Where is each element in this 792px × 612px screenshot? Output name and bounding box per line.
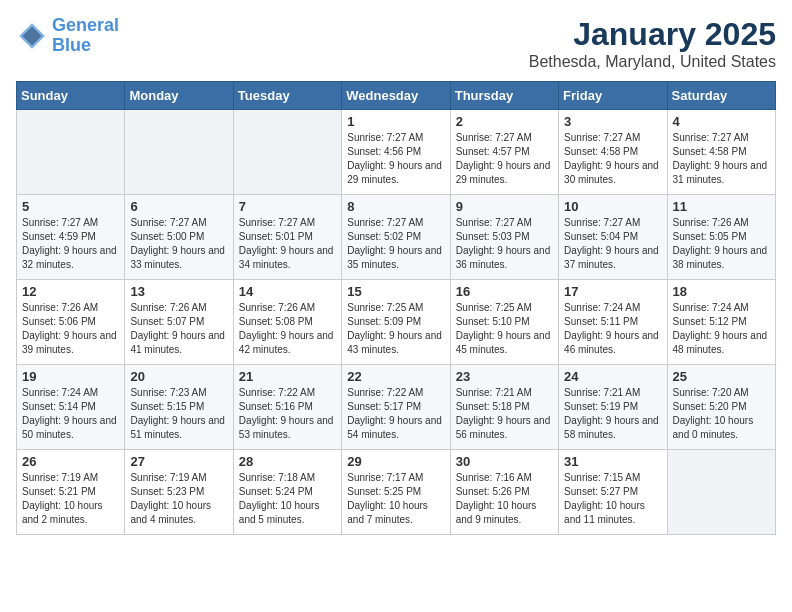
calendar-cell: 17Sunrise: 7:24 AM Sunset: 5:11 PM Dayli… <box>559 280 667 365</box>
calendar-cell: 27Sunrise: 7:19 AM Sunset: 5:23 PM Dayli… <box>125 450 233 535</box>
day-info: Sunrise: 7:25 AM Sunset: 5:10 PM Dayligh… <box>456 301 553 357</box>
week-row-5: 26Sunrise: 7:19 AM Sunset: 5:21 PM Dayli… <box>17 450 776 535</box>
calendar-cell: 10Sunrise: 7:27 AM Sunset: 5:04 PM Dayli… <box>559 195 667 280</box>
day-number: 24 <box>564 369 661 384</box>
day-info: Sunrise: 7:27 AM Sunset: 5:02 PM Dayligh… <box>347 216 444 272</box>
calendar-cell: 25Sunrise: 7:20 AM Sunset: 5:20 PM Dayli… <box>667 365 775 450</box>
day-number: 29 <box>347 454 444 469</box>
day-number: 20 <box>130 369 227 384</box>
day-info: Sunrise: 7:26 AM Sunset: 5:05 PM Dayligh… <box>673 216 770 272</box>
day-number: 22 <box>347 369 444 384</box>
day-info: Sunrise: 7:27 AM Sunset: 4:56 PM Dayligh… <box>347 131 444 187</box>
calendar-cell: 3Sunrise: 7:27 AM Sunset: 4:58 PM Daylig… <box>559 110 667 195</box>
calendar-cell: 13Sunrise: 7:26 AM Sunset: 5:07 PM Dayli… <box>125 280 233 365</box>
calendar-cell: 4Sunrise: 7:27 AM Sunset: 4:58 PM Daylig… <box>667 110 775 195</box>
calendar-cell: 15Sunrise: 7:25 AM Sunset: 5:09 PM Dayli… <box>342 280 450 365</box>
calendar-cell: 8Sunrise: 7:27 AM Sunset: 5:02 PM Daylig… <box>342 195 450 280</box>
calendar-cell: 31Sunrise: 7:15 AM Sunset: 5:27 PM Dayli… <box>559 450 667 535</box>
title-block: January 2025 Bethesda, Maryland, United … <box>529 16 776 71</box>
day-number: 16 <box>456 284 553 299</box>
day-info: Sunrise: 7:27 AM Sunset: 5:01 PM Dayligh… <box>239 216 336 272</box>
day-info: Sunrise: 7:21 AM Sunset: 5:19 PM Dayligh… <box>564 386 661 442</box>
calendar-cell: 21Sunrise: 7:22 AM Sunset: 5:16 PM Dayli… <box>233 365 341 450</box>
day-info: Sunrise: 7:27 AM Sunset: 4:58 PM Dayligh… <box>564 131 661 187</box>
day-number: 27 <box>130 454 227 469</box>
calendar-cell: 29Sunrise: 7:17 AM Sunset: 5:25 PM Dayli… <box>342 450 450 535</box>
day-info: Sunrise: 7:16 AM Sunset: 5:26 PM Dayligh… <box>456 471 553 527</box>
day-info: Sunrise: 7:18 AM Sunset: 5:24 PM Dayligh… <box>239 471 336 527</box>
calendar-cell: 1Sunrise: 7:27 AM Sunset: 4:56 PM Daylig… <box>342 110 450 195</box>
svg-marker-1 <box>22 26 41 45</box>
calendar-cell: 12Sunrise: 7:26 AM Sunset: 5:06 PM Dayli… <box>17 280 125 365</box>
day-info: Sunrise: 7:27 AM Sunset: 4:59 PM Dayligh… <box>22 216 119 272</box>
day-info: Sunrise: 7:27 AM Sunset: 4:57 PM Dayligh… <box>456 131 553 187</box>
day-info: Sunrise: 7:27 AM Sunset: 4:58 PM Dayligh… <box>673 131 770 187</box>
day-number: 12 <box>22 284 119 299</box>
week-row-4: 19Sunrise: 7:24 AM Sunset: 5:14 PM Dayli… <box>17 365 776 450</box>
day-number: 18 <box>673 284 770 299</box>
day-info: Sunrise: 7:27 AM Sunset: 5:03 PM Dayligh… <box>456 216 553 272</box>
day-info: Sunrise: 7:26 AM Sunset: 5:07 PM Dayligh… <box>130 301 227 357</box>
day-info: Sunrise: 7:27 AM Sunset: 5:04 PM Dayligh… <box>564 216 661 272</box>
location: Bethesda, Maryland, United States <box>529 53 776 71</box>
day-number: 1 <box>347 114 444 129</box>
page-header: General Blue January 2025 Bethesda, Mary… <box>16 16 776 71</box>
calendar-cell <box>667 450 775 535</box>
day-info: Sunrise: 7:21 AM Sunset: 5:18 PM Dayligh… <box>456 386 553 442</box>
day-info: Sunrise: 7:24 AM Sunset: 5:11 PM Dayligh… <box>564 301 661 357</box>
day-info: Sunrise: 7:17 AM Sunset: 5:25 PM Dayligh… <box>347 471 444 527</box>
day-number: 6 <box>130 199 227 214</box>
calendar-cell: 28Sunrise: 7:18 AM Sunset: 5:24 PM Dayli… <box>233 450 341 535</box>
day-number: 15 <box>347 284 444 299</box>
day-number: 5 <box>22 199 119 214</box>
day-info: Sunrise: 7:24 AM Sunset: 5:12 PM Dayligh… <box>673 301 770 357</box>
day-info: Sunrise: 7:26 AM Sunset: 5:06 PM Dayligh… <box>22 301 119 357</box>
calendar-cell: 2Sunrise: 7:27 AM Sunset: 4:57 PM Daylig… <box>450 110 558 195</box>
day-number: 23 <box>456 369 553 384</box>
calendar-cell: 7Sunrise: 7:27 AM Sunset: 5:01 PM Daylig… <box>233 195 341 280</box>
weekday-header-friday: Friday <box>559 82 667 110</box>
weekday-header-tuesday: Tuesday <box>233 82 341 110</box>
weekday-header-sunday: Sunday <box>17 82 125 110</box>
day-info: Sunrise: 7:24 AM Sunset: 5:14 PM Dayligh… <box>22 386 119 442</box>
calendar-cell: 23Sunrise: 7:21 AM Sunset: 5:18 PM Dayli… <box>450 365 558 450</box>
month-title: January 2025 <box>529 16 776 53</box>
day-number: 31 <box>564 454 661 469</box>
day-number: 7 <box>239 199 336 214</box>
calendar-table: SundayMondayTuesdayWednesdayThursdayFrid… <box>16 81 776 535</box>
calendar-cell: 22Sunrise: 7:22 AM Sunset: 5:17 PM Dayli… <box>342 365 450 450</box>
day-info: Sunrise: 7:22 AM Sunset: 5:16 PM Dayligh… <box>239 386 336 442</box>
day-number: 9 <box>456 199 553 214</box>
day-number: 17 <box>564 284 661 299</box>
day-info: Sunrise: 7:27 AM Sunset: 5:00 PM Dayligh… <box>130 216 227 272</box>
week-row-2: 5Sunrise: 7:27 AM Sunset: 4:59 PM Daylig… <box>17 195 776 280</box>
day-number: 28 <box>239 454 336 469</box>
calendar-cell <box>233 110 341 195</box>
calendar-cell: 20Sunrise: 7:23 AM Sunset: 5:15 PM Dayli… <box>125 365 233 450</box>
weekday-header-saturday: Saturday <box>667 82 775 110</box>
weekday-header-row: SundayMondayTuesdayWednesdayThursdayFrid… <box>17 82 776 110</box>
calendar-cell: 18Sunrise: 7:24 AM Sunset: 5:12 PM Dayli… <box>667 280 775 365</box>
day-number: 3 <box>564 114 661 129</box>
day-number: 2 <box>456 114 553 129</box>
day-number: 30 <box>456 454 553 469</box>
week-row-3: 12Sunrise: 7:26 AM Sunset: 5:06 PM Dayli… <box>17 280 776 365</box>
logo-icon <box>16 20 48 52</box>
day-number: 4 <box>673 114 770 129</box>
day-number: 21 <box>239 369 336 384</box>
day-info: Sunrise: 7:19 AM Sunset: 5:23 PM Dayligh… <box>130 471 227 527</box>
logo-text: General Blue <box>52 16 119 56</box>
calendar-cell: 30Sunrise: 7:16 AM Sunset: 5:26 PM Dayli… <box>450 450 558 535</box>
day-info: Sunrise: 7:25 AM Sunset: 5:09 PM Dayligh… <box>347 301 444 357</box>
calendar-cell <box>17 110 125 195</box>
day-number: 19 <box>22 369 119 384</box>
day-number: 10 <box>564 199 661 214</box>
day-info: Sunrise: 7:19 AM Sunset: 5:21 PM Dayligh… <box>22 471 119 527</box>
calendar-cell: 16Sunrise: 7:25 AM Sunset: 5:10 PM Dayli… <box>450 280 558 365</box>
calendar-cell: 24Sunrise: 7:21 AM Sunset: 5:19 PM Dayli… <box>559 365 667 450</box>
calendar-cell: 14Sunrise: 7:26 AM Sunset: 5:08 PM Dayli… <box>233 280 341 365</box>
weekday-header-monday: Monday <box>125 82 233 110</box>
day-info: Sunrise: 7:22 AM Sunset: 5:17 PM Dayligh… <box>347 386 444 442</box>
calendar-cell: 9Sunrise: 7:27 AM Sunset: 5:03 PM Daylig… <box>450 195 558 280</box>
day-info: Sunrise: 7:15 AM Sunset: 5:27 PM Dayligh… <box>564 471 661 527</box>
